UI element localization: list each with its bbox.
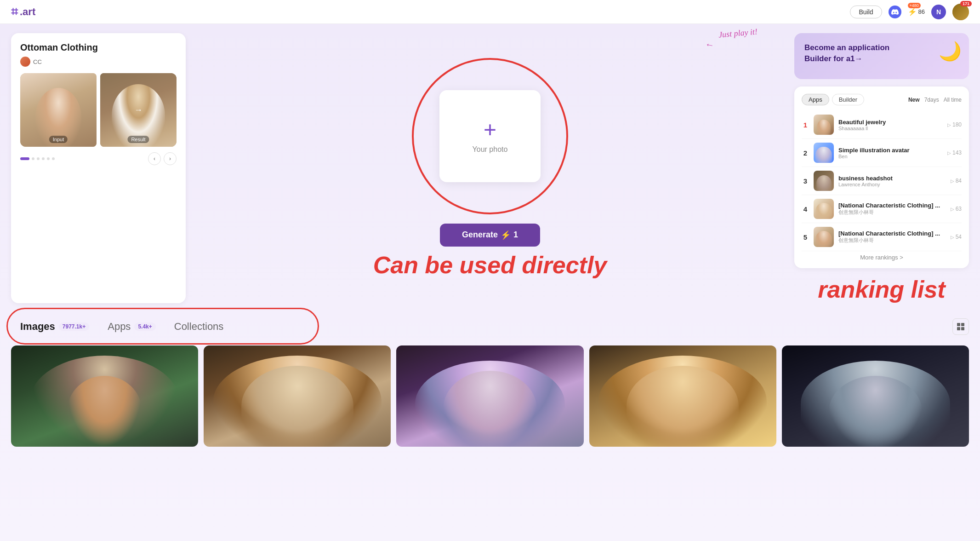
ranking-thumb-2: [814, 143, 834, 163]
result-label: Result: [127, 136, 149, 143]
tab-images[interactable]: Images 7977.1k+: [11, 317, 98, 336]
ranking-author-1: Shaaaaaaa ll: [838, 126, 943, 131]
ranking-item-1[interactable]: 1 Beautiful jewelry Shaaaaaaa ll ▷ 180: [802, 111, 962, 139]
header: ⌗ .art Build +480 ⚡ 86 N 171: [0, 0, 980, 24]
content-tabs: Images 7977.1k+ Apps 5.4k+ Collections: [11, 317, 969, 336]
ranking-count-3: ▷ 84: [951, 178, 962, 184]
plus-upload-icon: +: [484, 119, 496, 141]
generate-button[interactable]: Generate ⚡ 1: [440, 224, 540, 247]
tab-apps[interactable]: Apps 5.4k+: [98, 317, 165, 336]
dot-2: [37, 157, 40, 160]
rank-num-2: 2: [802, 149, 809, 157]
more-rankings-link[interactable]: More rankings >: [802, 251, 962, 261]
tab-apps[interactable]: Apps: [802, 94, 829, 105]
ranking-count-4: ▷ 63: [951, 206, 962, 212]
user-avatar-n[interactable]: N: [931, 5, 946, 19]
generate-label: Generate: [462, 230, 498, 240]
play-icon-2: ▷: [947, 150, 951, 155]
images-tab-label: Images: [20, 321, 55, 333]
generate-cost: 1: [513, 230, 518, 240]
build-button[interactable]: Build: [850, 6, 882, 18]
ranking-count-2: ▷ 143: [947, 150, 962, 156]
rank-num-3: 3: [802, 177, 809, 185]
discord-icon[interactable]: [889, 6, 901, 18]
ranking-tabs-row: Apps Builder New 7days All time: [802, 94, 962, 105]
tab-builder[interactable]: Builder: [832, 94, 864, 105]
ranking-list-annotation: ranking list: [794, 276, 969, 303]
input-label: Input: [49, 136, 68, 143]
image-card-5[interactable]: [782, 345, 969, 447]
arrow-separator: →: [134, 105, 142, 115]
become-builder-text: Become an application Builder for a1→: [804, 42, 906, 64]
tab-collections[interactable]: Collections: [165, 317, 233, 336]
filter-new[interactable]: New: [908, 97, 920, 103]
ranking-author-4: 创意無限小林哥: [838, 209, 946, 216]
grid-toggle-button[interactable]: [952, 318, 969, 335]
image-card-3[interactable]: [396, 345, 583, 447]
ranking-item-3[interactable]: 3 business headshot Lawrence Anthony ▷ 8…: [802, 167, 962, 195]
lightning-badge[interactable]: +480 ⚡ 86: [908, 7, 925, 16]
ranking-info-3: business headshot Lawrence Anthony: [838, 175, 946, 187]
filter-7days[interactable]: 7days: [924, 97, 939, 103]
count-value-3: 84: [956, 178, 962, 184]
image-card-1[interactable]: [11, 345, 198, 447]
prev-arrow-button[interactable]: ‹: [148, 152, 161, 165]
logo-text: .art: [20, 6, 35, 18]
upload-text: Your photo: [473, 145, 508, 154]
bolt-icon: ⚡: [501, 230, 511, 240]
ranking-tabs: Apps Builder: [802, 94, 864, 105]
upload-box[interactable]: + Your photo: [439, 90, 541, 182]
bottom-section: Images 7977.1k+ Apps 5.4k+ Collections: [11, 317, 969, 447]
main-content: Ottoman Clothing CC Input: [0, 24, 980, 541]
ranking-name-2: Simple illustration avatar: [838, 147, 943, 154]
nav-arrows: ‹ ›: [148, 152, 177, 165]
top-section: Ottoman Clothing CC Input: [11, 33, 969, 303]
plus-badge: +480: [908, 3, 921, 8]
image-card-4[interactable]: [589, 345, 776, 447]
card-user-avatar: [20, 57, 30, 67]
filter-alltime[interactable]: All time: [944, 97, 962, 103]
dot-4: [47, 157, 50, 160]
ranking-item-5[interactable]: 5 [National Characteristic Clothing] ...…: [802, 223, 962, 251]
dot-1: [32, 157, 34, 160]
ranking-info-4: [National Characteristic Clothing] ... 创…: [838, 202, 946, 216]
ranking-item-2[interactable]: 2 Simple illustration avatar Ben ▷ 143: [802, 139, 962, 167]
dot-3: [42, 157, 45, 160]
play-icon-5: ▷: [951, 235, 954, 240]
svg-rect-0: [957, 323, 960, 326]
card-navigation: ‹ ›: [20, 152, 177, 165]
count-value-2: 143: [952, 150, 962, 156]
ranking-item-4[interactable]: 4 [National Characteristic Clothing] ...…: [802, 195, 962, 223]
preview-input-image[interactable]: Input: [20, 73, 97, 147]
upload-circle[interactable]: + Your photo: [412, 58, 568, 214]
header-right: Build +480 ⚡ 86 N 171: [850, 4, 969, 20]
apps-tab-badge: 5.4k+: [134, 322, 155, 331]
preview-result-image[interactable]: → Result: [100, 73, 177, 147]
ranking-thumb-3: [814, 171, 834, 191]
count-value-1: 180: [952, 121, 962, 128]
ranking-count-1: ▷ 180: [947, 121, 962, 128]
ranking-thumb-4: [814, 199, 834, 219]
play-icon-3: ▷: [951, 178, 954, 184]
ranking-author-3: Lawrence Anthony: [838, 182, 946, 187]
ranking-author-2: Ben: [838, 154, 943, 159]
next-arrow-button[interactable]: ›: [164, 152, 177, 165]
become-builder-card[interactable]: Become an application Builder for a1→ 🌙: [794, 33, 969, 79]
count-value-4: 63: [956, 206, 962, 212]
lightning-icon: ⚡: [908, 7, 917, 16]
ranking-count-5: ▷ 54: [951, 234, 962, 240]
count-value-5: 54: [956, 234, 962, 240]
notification-badge: 171: [960, 1, 972, 6]
ranking-name-1: Beautiful jewelry: [838, 119, 943, 126]
image-card-2[interactable]: [204, 345, 391, 447]
ranking-thumb-5: [814, 227, 834, 247]
card-user-name: CC: [33, 58, 42, 65]
logo[interactable]: ⌗ .art: [11, 5, 35, 19]
can-be-used-directly-text: Can be used directly: [373, 251, 607, 279]
user-avatar-photo-container: 171: [952, 4, 969, 20]
dot-active: [20, 157, 29, 160]
ranking-thumb-1: [814, 115, 834, 135]
left-card-user: CC: [20, 57, 177, 67]
ranking-info-1: Beautiful jewelry Shaaaaaaa ll: [838, 119, 943, 131]
rank-num-1: 1: [802, 121, 809, 129]
